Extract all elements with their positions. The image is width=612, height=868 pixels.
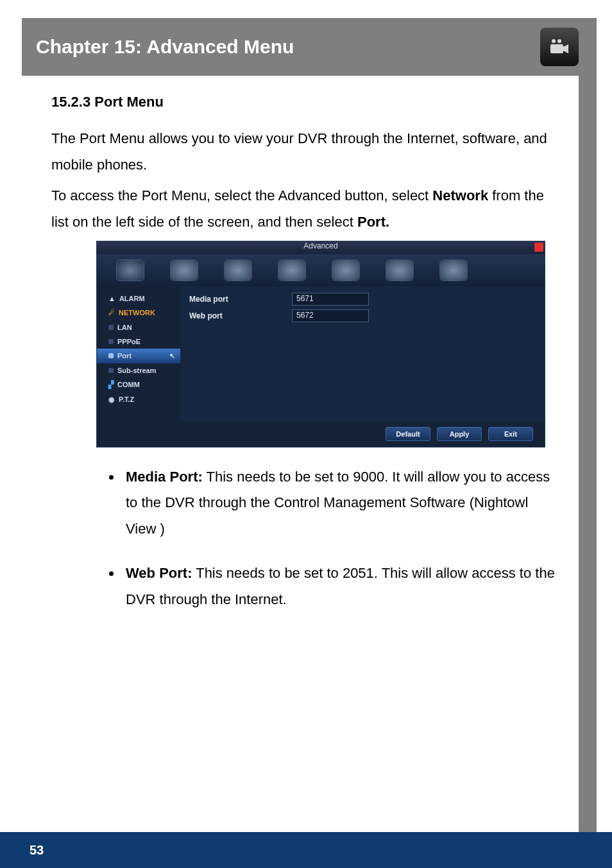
apply-button[interactable]: Apply: [437, 427, 482, 441]
toolbar-maintain-icon[interactable]: [386, 259, 414, 281]
toolbar-display-icon[interactable]: [116, 259, 144, 281]
dvr-title: Advanced: [303, 241, 337, 250]
sidebar-label-network: NETWORK: [119, 309, 155, 317]
toolbar-power-icon[interactable]: [439, 259, 468, 281]
toolbar-search-icon[interactable]: [224, 259, 252, 281]
sidebar-item-port[interactable]: Port ↖: [97, 349, 180, 363]
media-port-input[interactable]: 5671: [292, 293, 369, 306]
page-number: 53: [30, 843, 44, 858]
bullet-list: Media Port: This needs to be set to 9000…: [51, 464, 561, 612]
para2-text-a: To access the Port Menu, select the Adva…: [51, 187, 432, 204]
sidebar-item-comm[interactable]: ▞ COMM: [97, 378, 180, 392]
alarm-icon: ▲: [108, 295, 115, 302]
default-button[interactable]: Default: [386, 427, 430, 441]
bullet-icon: [108, 353, 114, 358]
toolbar-info-icon[interactable]: [332, 259, 360, 281]
sidebar-label-port: Port: [117, 352, 132, 360]
bullet-icon: [108, 368, 114, 373]
web-port-input[interactable]: 5672: [292, 309, 369, 322]
bullet1-strong: Media Port:: [126, 469, 203, 485]
bullet-icon: [108, 339, 114, 344]
dvr-sidebar: ▲ ALARM ☄ NETWORK LAN PPPoE: [97, 286, 180, 421]
sidebar-label-alarm: ALARM: [119, 295, 145, 302]
sidebar-item-substream[interactable]: Sub-stream: [97, 363, 180, 378]
media-port-label: Media port: [189, 295, 292, 304]
sidebar-item-lan[interactable]: LAN: [97, 320, 180, 334]
web-port-label: Web port: [189, 311, 292, 320]
sidebar-label-comm: COMM: [117, 381, 140, 388]
para2-bold-port: Port.: [357, 214, 389, 230]
ptz-icon: ◉: [108, 395, 115, 404]
svg-marker-3: [563, 44, 568, 53]
bullet-media-port: Media Port: This needs to be set to 9000…: [122, 464, 558, 542]
camera-badge-icon: [540, 28, 579, 66]
toolbar-hdd-icon[interactable]: [278, 259, 306, 281]
intro-paragraph-1: The Port Menu allows you to view your DV…: [51, 126, 561, 178]
page-right-stripe: [579, 18, 597, 868]
close-icon[interactable]: [534, 243, 543, 252]
chapter-title: Chapter 15: Advanced Menu: [36, 36, 294, 58]
field-row-web-port: Web port 5672: [189, 309, 536, 322]
page-number-bar: 53: [0, 832, 612, 868]
svg-point-1: [557, 39, 561, 43]
field-row-media-port: Media port 5671: [189, 293, 536, 306]
bullet-web-port: Web Port: This needs to be set to 2051. …: [122, 560, 558, 612]
svg-rect-2: [550, 44, 563, 53]
exit-button[interactable]: Exit: [488, 427, 533, 441]
bullet2-strong: Web Port:: [126, 565, 192, 581]
network-icon: ☄: [108, 309, 115, 317]
dvr-screenshot: Advanced ▲ ALARM ☄: [96, 241, 545, 447]
cursor-icon: ↖: [169, 352, 175, 360]
toolbar-record-icon[interactable]: [170, 259, 198, 281]
section-heading: 15.2.3 Port Menu: [51, 94, 561, 110]
sidebar-label-ptz: P.T.Z: [119, 395, 134, 403]
sidebar-item-pppoe[interactable]: PPPoE: [97, 334, 180, 349]
sidebar-label-pppoe: PPPoE: [117, 338, 140, 345]
dvr-titlebar: Advanced: [97, 241, 545, 254]
sidebar-label-lan: LAN: [117, 324, 132, 331]
dvr-footer: Default Apply Exit: [97, 421, 545, 447]
sidebar-item-alarm[interactable]: ▲ ALARM: [97, 291, 180, 306]
chapter-bar: Chapter 15: Advanced Menu: [22, 18, 590, 76]
svg-point-0: [552, 39, 556, 43]
sidebar-item-ptz[interactable]: ◉ P.T.Z: [97, 392, 180, 407]
sidebar-item-network[interactable]: ☄ NETWORK: [97, 306, 180, 320]
bullet-icon: [108, 325, 114, 330]
para2-bold-network: Network: [432, 187, 488, 204]
dvr-main-panel: Media port 5671 Web port 5672: [180, 286, 545, 421]
sidebar-label-substream: Sub-stream: [117, 367, 157, 374]
comm-icon: ▞: [108, 381, 114, 389]
dvr-toolbar: [97, 254, 545, 286]
intro-paragraph-2: To access the Port Menu, select the Adva…: [51, 183, 561, 235]
